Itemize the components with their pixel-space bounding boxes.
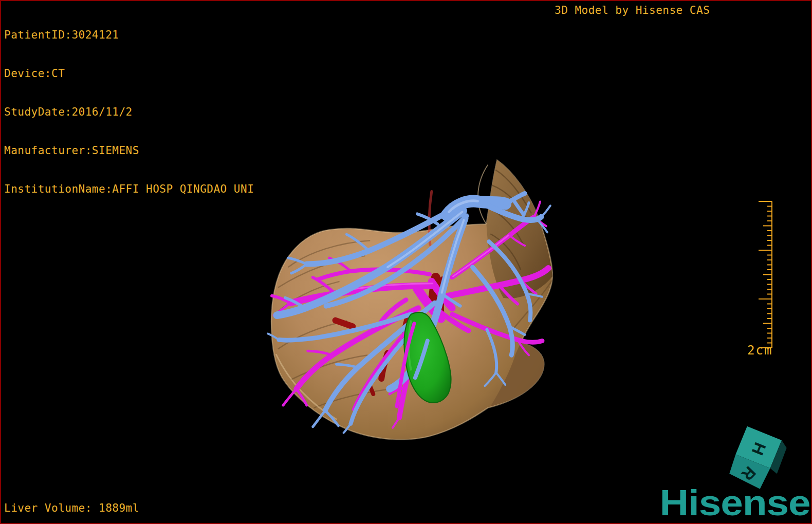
manufacturer-line: Manufacturer:SIEMENS [4,144,254,157]
study-date-line: StudyDate:2016/11/2 [4,106,254,119]
patient-id-line: PatientID:3024121 [4,29,254,42]
device-line: Device:CT [4,67,254,80]
liver-volume-label: Liver Volume: 1889ml [4,502,139,515]
viewer-window: { "header": { "info_lines": [ "PatientID… [0,0,812,524]
scale-label: 2cm [747,344,772,357]
viewer-title: 3D Model by Hisense CAS [555,4,710,17]
scale-ruler [751,195,780,355]
institution-line: InstitutionName:AFFI HOSP QINGDAO UNI [4,183,254,196]
patient-info-block: PatientID:3024121 Device:CT StudyDate:20… [4,3,254,209]
hisense-logo: Hisense [659,485,810,521]
